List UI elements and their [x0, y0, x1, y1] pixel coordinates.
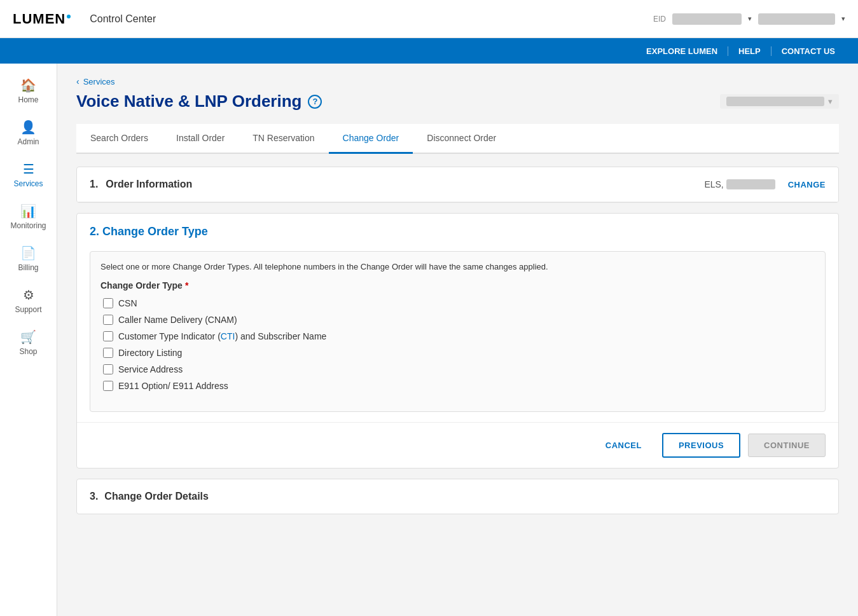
- section2-title-text: Change Order Type: [102, 225, 208, 238]
- sidebar-item-admin[interactable]: 👤 Admin: [0, 112, 57, 154]
- tab-search-orders[interactable]: Search Orders: [76, 124, 162, 154]
- sidebar-item-support[interactable]: ⚙ Support: [0, 280, 57, 322]
- sidebar-label-monitoring: Monitoring: [10, 221, 46, 230]
- section2-number: 2.: [90, 225, 99, 238]
- tab-change-order[interactable]: Change Order: [329, 124, 413, 154]
- section1-number: 1.: [90, 179, 98, 190]
- sidebar-item-monitoring[interactable]: 📊 Monitoring: [0, 196, 57, 238]
- required-star: *: [185, 280, 188, 291]
- page-title-text: Voice Native & LNP Ordering: [76, 92, 301, 111]
- breadcrumb-arrow-icon: ‹: [76, 76, 80, 86]
- order-type-label: Change Order Type *: [100, 280, 815, 291]
- sidebar-item-services[interactable]: ☰ Services: [0, 154, 57, 196]
- page-dropdown-arrow-icon: ▾: [828, 97, 833, 106]
- checkbox-cnam[interactable]: Caller Name Delivery (CNAM): [103, 315, 812, 325]
- content-area: ‹ Services Voice Native & LNP Ordering ?…: [57, 64, 858, 616]
- home-icon: 🏠: [20, 78, 36, 93]
- account-value: REDACTED_ACCT: [758, 13, 835, 25]
- monitoring-icon: 📊: [20, 203, 36, 219]
- sidebar: 🏠 Home 👤 Admin ☰ Services 📊 Monitoring 📄…: [0, 64, 57, 616]
- sidebar-label-home: Home: [18, 95, 38, 104]
- previous-button[interactable]: PREVIOUS: [662, 433, 740, 458]
- page-title: Voice Native & LNP Ordering ?: [76, 92, 322, 111]
- checkbox-service-address-input[interactable]: [103, 364, 113, 374]
- checkbox-csn-label: CSN: [118, 298, 137, 308]
- page-title-row: Voice Native & LNP Ordering ? REDACTED D…: [76, 92, 839, 111]
- sidebar-label-services: Services: [13, 179, 43, 188]
- cti-link[interactable]: CTI: [221, 331, 235, 341]
- section2-body: Select one or more Change Order Types. A…: [77, 245, 838, 412]
- account-dropdown-icon[interactable]: ▾: [841, 15, 845, 23]
- checkbox-cti-label: Customer Type Indicator (CTI) and Subscr…: [118, 331, 326, 341]
- checkbox-cti-input[interactable]: [103, 331, 113, 341]
- section-change-order-type: 2. Change Order Type Select one or more …: [76, 213, 839, 469]
- sidebar-label-admin: Admin: [17, 137, 39, 146]
- help-label: ?: [312, 97, 317, 106]
- section2-title: 2. Change Order Type: [77, 214, 838, 245]
- checkbox-service-address[interactable]: Service Address: [103, 364, 812, 374]
- page-dropdown-value: REDACTED DROPDOWN: [726, 97, 824, 106]
- checkbox-e911-label: E911 Option/ E911 Address: [118, 381, 228, 391]
- logo-dot: [67, 15, 71, 18]
- tab-disconnect-order[interactable]: Disconnect Order: [413, 124, 510, 154]
- billing-icon: 📄: [20, 245, 36, 261]
- checkbox-directory-listing-input[interactable]: [103, 348, 113, 358]
- checkbox-e911[interactable]: E911 Option/ E911 Address: [103, 381, 812, 391]
- section1-title: Order Information: [106, 179, 192, 190]
- sidebar-item-billing[interactable]: 📄 Billing: [0, 238, 57, 280]
- checkbox-csn[interactable]: CSN: [103, 298, 812, 308]
- sidebar-label-billing: Billing: [18, 263, 38, 272]
- eid-dropdown-icon[interactable]: ▾: [748, 15, 752, 23]
- eid-label: EID: [653, 15, 666, 24]
- support-icon: ⚙: [23, 287, 34, 303]
- breadcrumb: ‹ Services: [76, 76, 839, 86]
- section1-change-link[interactable]: CHANGE: [788, 180, 826, 189]
- logo-text: LUMEN: [13, 11, 66, 27]
- section3-number: 3.: [90, 491, 98, 502]
- tab-tn-reservation[interactable]: TN Reservation: [239, 124, 328, 154]
- checkbox-csn-input[interactable]: [103, 298, 113, 308]
- cancel-button[interactable]: CANCEL: [593, 434, 654, 456]
- page-dropdown-selector[interactable]: REDACTED DROPDOWN ▾: [720, 94, 839, 109]
- checkbox-e911-input[interactable]: [103, 381, 113, 391]
- logo: LUMEN: [13, 11, 71, 27]
- sidebar-item-home[interactable]: 🏠 Home: [0, 70, 57, 112]
- tab-install-order[interactable]: Install Order: [162, 124, 239, 154]
- sidebar-item-shop[interactable]: 🛒 Shop: [0, 322, 57, 364]
- checkbox-group: CSN Caller Name Delivery (CNAM) Customer…: [100, 298, 815, 401]
- section1-info: ELS, REDACTED: [704, 179, 775, 189]
- checkbox-directory-listing-label: Directory Listing: [118, 348, 182, 358]
- header-right: EID REDACTED_EID ▾ REDACTED_ACCT ▾: [653, 13, 845, 25]
- sidebar-label-support: Support: [15, 305, 41, 314]
- instruction-text-content: Select one or more Change Order Types. A…: [100, 262, 548, 271]
- section2-instruction: Select one or more Change Order Types. A…: [90, 251, 826, 412]
- checkbox-directory-listing[interactable]: Directory Listing: [103, 348, 812, 358]
- section-order-information: 1. Order Information ELS, REDACTED CHANG…: [76, 167, 839, 203]
- checkbox-cti[interactable]: Customer Type Indicator (CTI) and Subscr…: [103, 331, 812, 341]
- top-header: LUMEN Control Center EID REDACTED_EID ▾ …: [0, 0, 858, 38]
- section3-title: Change Order Details: [104, 491, 209, 502]
- tabs-bar: Search Orders Install Order TN Reservati…: [76, 124, 839, 154]
- help-icon[interactable]: ?: [308, 95, 322, 109]
- breadcrumb-link-services[interactable]: Services: [83, 77, 115, 86]
- continue-button[interactable]: CONTINUE: [748, 434, 826, 457]
- sidebar-label-shop: Shop: [19, 347, 37, 356]
- services-icon: ☰: [23, 161, 34, 177]
- checkbox-cnam-input[interactable]: [103, 315, 113, 325]
- section-change-order-details: 3. Change Order Details: [76, 479, 839, 514]
- checkbox-cnam-label: Caller Name Delivery (CNAM): [118, 315, 237, 325]
- nav-contact-us[interactable]: CONTACT US: [771, 46, 845, 56]
- admin-icon: 👤: [20, 120, 36, 135]
- section1-header: 1. Order Information ELS, REDACTED CHANG…: [77, 167, 838, 202]
- order-type-label-text: Change Order Type: [100, 280, 183, 291]
- nav-help[interactable]: HELP: [728, 46, 771, 56]
- app-title: Control Center: [90, 13, 653, 25]
- nav-explore-lumen[interactable]: EXPLORE LUMEN: [636, 46, 728, 56]
- checkbox-service-address-label: Service Address: [118, 364, 183, 374]
- eid-value: REDACTED_EID: [672, 13, 742, 25]
- action-buttons: CANCEL PREVIOUS CONTINUE: [77, 422, 838, 468]
- shop-icon: 🛒: [20, 329, 36, 345]
- blue-nav-bar: EXPLORE LUMEN HELP CONTACT US: [0, 38, 858, 64]
- main-layout: 🏠 Home 👤 Admin ☰ Services 📊 Monitoring 📄…: [0, 64, 858, 616]
